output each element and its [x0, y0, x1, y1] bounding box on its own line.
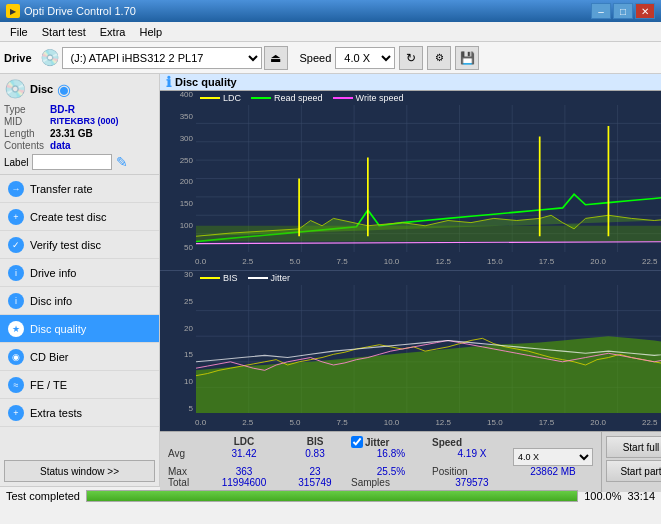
quality-title: Disc quality: [175, 76, 237, 88]
avg-ldc: 31.42: [209, 448, 279, 466]
chart-bottom-y-axis-left: 5 10 15 20 25 30: [160, 271, 195, 413]
menu-help[interactable]: Help: [133, 25, 168, 39]
fe-te-label: FE / TE: [30, 379, 67, 391]
disc-info-label: Disc info: [30, 295, 72, 307]
speed-select[interactable]: 4.0 X: [513, 448, 593, 466]
title-bar-text: Opti Drive Control 1.70: [24, 5, 136, 17]
verify-test-disc-icon: ✓: [8, 237, 24, 253]
mid-label: MID: [4, 116, 44, 127]
verify-test-disc-label: Verify test disc: [30, 239, 101, 251]
start-part-button[interactable]: Start part: [606, 460, 661, 482]
progress-bar-fill: [87, 491, 577, 501]
charts-container: LDC Read speed Write speed 50 100 150: [160, 91, 661, 431]
speed-selector[interactable]: 4.0 X 2.0 X 8.0 X: [335, 47, 395, 69]
mid-value: RITEKBR3 (000): [50, 116, 155, 127]
eject-button[interactable]: ⏏: [264, 46, 288, 70]
create-test-disc-label: Create test disc: [30, 211, 106, 223]
title-bar-buttons: – □ ✕: [591, 3, 655, 19]
quality-header: ℹ Disc quality: [160, 74, 661, 91]
disc-quality-label: Disc quality: [30, 323, 86, 335]
disc-header: 💿 Disc ◉: [4, 78, 155, 100]
save-button[interactable]: 💾: [455, 46, 479, 70]
close-button[interactable]: ✕: [635, 3, 655, 19]
menu-start-test[interactable]: Start test: [36, 25, 92, 39]
legend-ldc-label: LDC: [223, 93, 241, 103]
chart-top-y-axis-left: 50 100 150 200 250 300 350 400: [160, 91, 195, 252]
chart-bottom: BIS Jitter 5 10 15 20 25 30: [160, 271, 661, 431]
sidebar-item-cd-bier[interactable]: ◉ CD Bier: [0, 343, 159, 371]
disc-title: Disc: [30, 83, 53, 95]
cd-bier-icon: ◉: [8, 349, 24, 365]
content-area: ℹ Disc quality LDC Read speed: [160, 74, 661, 486]
sidebar-item-disc-quality[interactable]: ★ Disc quality: [0, 315, 159, 343]
sidebar-item-extra-tests[interactable]: + Extra tests: [0, 399, 159, 427]
jitter-checkbox[interactable]: [351, 436, 363, 448]
sidebar-item-fe-te[interactable]: ≈ FE / TE: [0, 371, 159, 399]
stats-total-row: Total 11994600 315749 Samples 379573: [168, 477, 593, 488]
svg-marker-36: [196, 336, 661, 413]
refresh-button[interactable]: ↻: [399, 46, 423, 70]
main-layout: 💿 Disc ◉ Type BD-R MID RITEKBR3 (000) Le…: [0, 74, 661, 486]
chart-top-legend: LDC Read speed Write speed: [200, 93, 403, 103]
legend-read-speed-label: Read speed: [274, 93, 323, 103]
length-value: 23.31 GB: [50, 128, 155, 139]
cd-bier-label: CD Bier: [30, 351, 69, 363]
menu-file[interactable]: File: [4, 25, 34, 39]
max-label: Max: [168, 466, 208, 477]
length-label: Length: [4, 128, 44, 139]
title-bar-left: ▶ Opti Drive Control 1.70: [6, 4, 136, 18]
status-window-button[interactable]: Status window >>: [4, 460, 155, 482]
transfer-rate-label: Transfer rate: [30, 183, 93, 195]
drive-selector[interactable]: (J:) ATAPI iHBS312 2 PL17: [62, 47, 262, 69]
start-full-button[interactable]: Start full: [606, 436, 661, 458]
fe-te-icon: ≈: [8, 377, 24, 393]
max-bis: 23: [280, 466, 350, 477]
type-label: Type: [4, 104, 44, 115]
avg-speed: 4.19 X: [432, 448, 512, 466]
stats-bar: LDC BIS Jitter Speed Avg 31.42 0.83 16.8: [160, 431, 661, 492]
legend-write-speed-label: Write speed: [356, 93, 404, 103]
legend-ldc: LDC: [200, 93, 241, 103]
legend-bis: BIS: [200, 273, 238, 283]
avg-label: Avg: [168, 448, 208, 466]
progress-percent: 100.0%: [584, 490, 621, 502]
minimize-button[interactable]: –: [591, 3, 611, 19]
total-ldc: 11994600: [209, 477, 279, 488]
progress-time: 33:14: [627, 490, 655, 502]
app-icon: ▶: [6, 4, 20, 18]
chart-top-svg: [196, 105, 661, 252]
sidebar-item-verify-test-disc[interactable]: ✓ Verify test disc: [0, 231, 159, 259]
stats-right: Start full Start part: [601, 432, 661, 492]
disc-icon: 💿: [4, 78, 26, 100]
extra-tests-icon: +: [8, 405, 24, 421]
drive-icon: 💿: [40, 48, 60, 67]
extra-tests-label: Extra tests: [30, 407, 82, 419]
menu-extra[interactable]: Extra: [94, 25, 132, 39]
jitter-label: Jitter: [365, 437, 389, 448]
nav-items: → Transfer rate + Create test disc ✓ Ver…: [0, 175, 159, 427]
menu-bar: File Start test Extra Help: [0, 22, 661, 42]
transfer-rate-icon: →: [8, 181, 24, 197]
legend-jitter-label: Jitter: [271, 273, 291, 283]
samples-label: Samples: [351, 477, 431, 488]
speed-col-label: Speed: [432, 437, 462, 448]
legend-bis-label: BIS: [223, 273, 238, 283]
sidebar-item-drive-info[interactable]: i Drive info: [0, 259, 159, 287]
sidebar-item-transfer-rate[interactable]: → Transfer rate: [0, 175, 159, 203]
maximize-button[interactable]: □: [613, 3, 633, 19]
sidebar-item-disc-info[interactable]: i Disc info: [0, 287, 159, 315]
label-label: Label: [4, 157, 28, 168]
sidebar: 💿 Disc ◉ Type BD-R MID RITEKBR3 (000) Le…: [0, 74, 160, 486]
sidebar-item-create-test-disc[interactable]: + Create test disc: [0, 203, 159, 231]
toolbar: Drive 💿 (J:) ATAPI iHBS312 2 PL17 ⏏ Spee…: [0, 42, 661, 74]
total-label: Total: [168, 477, 208, 488]
chart-top: LDC Read speed Write speed 50 100 150: [160, 91, 661, 271]
stats-table: LDC BIS Jitter Speed Avg 31.42 0.83 16.8: [160, 432, 601, 492]
chart-top-x-axis: 0.0 2.5 5.0 7.5 10.0 12.5 15.0 17.5 20.0…: [195, 252, 661, 270]
disc-panel: 💿 Disc ◉ Type BD-R MID RITEKBR3 (000) Le…: [0, 74, 159, 175]
label-input[interactable]: [32, 154, 112, 170]
contents-value: data: [50, 140, 155, 151]
label-edit-icon[interactable]: ✎: [116, 154, 128, 170]
settings-button[interactable]: ⚙: [427, 46, 451, 70]
create-test-disc-icon: +: [8, 209, 24, 225]
